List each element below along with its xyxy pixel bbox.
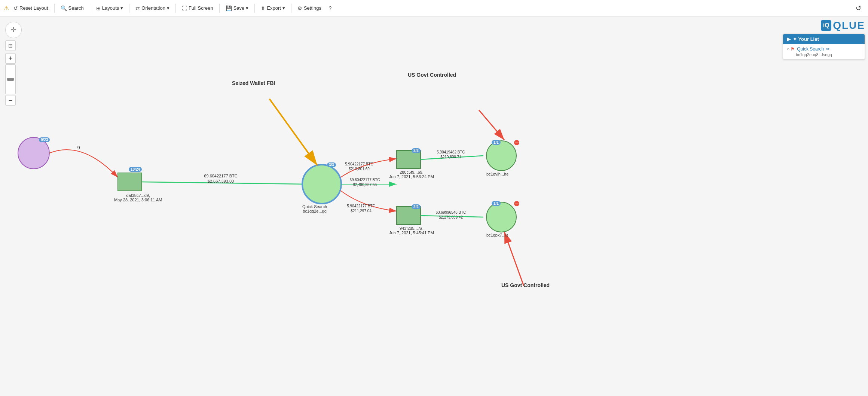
circle-bottom-node[interactable] [486,202,516,232]
separator [54,4,55,13]
box1-node[interactable] [118,173,142,191]
edge-label-9: 9 [77,145,80,150]
list-edit-icon[interactable]: ✏ [826,46,830,52]
edge-label-box2-top-usd: $210,800.71 [440,155,461,159]
layouts-icon: ⊞ [96,5,101,11]
edge-label-usd-top: $210,801.69 [349,167,370,171]
undo-button[interactable]: ↺ [853,3,864,14]
list-search-icon: ○ [787,46,789,52]
box3-badge: 2/2 [412,204,421,209]
graph-svg: 9 69.60422177 BTC $2,667,393.80 5.904221… [0,16,868,396]
search-icon: 🔍 [61,5,67,11]
red-arrow-bottom [504,232,524,286]
box2-node[interactable] [397,150,421,168]
export-icon: ⬆ [261,5,265,11]
chevron-down-icon2: ▾ [167,5,169,11]
your-list-panel: ▶ ✦ Your List ○ ⚑ Quick Search ✏ bc1qq2e… [783,34,865,60]
separator2 [90,4,90,13]
reset-icon: ↺ [13,5,18,11]
help-button[interactable]: ? [326,4,334,12]
orientation-button[interactable]: ⇄ Orientation ▾ [132,4,172,13]
chevron-down-icon: ▾ [120,5,123,11]
fullscreen-icon: ⛶ [182,5,187,11]
zoom-out-button[interactable]: − [5,95,16,106]
edge-label-btc-main: 69.60422177 BTC [204,174,237,178]
list-quick-search-label: Quick Search [797,46,824,52]
separator6 [254,4,255,13]
orientation-icon: ⇄ [135,5,140,11]
list-address: bc1qq2euq8...fsegq [787,52,861,57]
orange-arrow [269,99,317,165]
edge-label-usd-main: $2,667,393.80 [208,179,234,183]
circle-top-badge: 1/1 [492,140,501,145]
edge-label-btc-mid: 69.60422177 BTC [349,178,380,182]
your-list-content: ○ ⚑ Quick Search ✏ bc1qq2euq8...fsegq [783,44,865,59]
list-item-icons: ○ ⚑ [787,46,795,52]
reset-layout-button[interactable]: ↺ Reset Layout [10,4,51,13]
right-panel: iQ QLUE ▶ ✦ Your List ○ ⚑ Quick Search ✏… [783,19,865,60]
edge-label-btc-top: 5.90422177 BTC [345,162,373,166]
edge-label-usd-mid: $2,490,957.55 [353,183,377,187]
edge-label-box3-bot-btc: 63.69996546 BTC [435,210,466,214]
save-button[interactable]: 💾 Save ▾ [223,4,252,13]
export-button[interactable]: ⬆ Export ▾ [258,4,288,13]
list-item-quick-search: ○ ⚑ Quick Search ✏ [787,46,861,52]
qlue-logo: iQ QLUE [783,19,865,31]
edge-purple-box1 [49,150,118,177]
chevron-down-icon4: ▾ [282,5,285,11]
box3-node[interactable] [397,207,421,225]
quick-search-node[interactable] [302,165,341,204]
zoom-controls: + − [5,53,22,106]
box1-badge: 10/24 [129,167,142,172]
qlue-logo-box: iQ QLUE [821,19,865,31]
separator7 [291,4,291,13]
qlue-logo-text: QLUE [833,19,865,31]
settings-button[interactable]: ⚙ Settings [294,4,324,13]
layouts-button[interactable]: ⊞ Layouts ▾ [93,4,126,13]
settings-icon: ⚙ [297,5,302,11]
edge-label-box2-top-btc: 5.90419482 BTC [437,150,465,154]
circle-top-node[interactable] [486,141,516,171]
zoom-in-button[interactable]: + [5,53,16,64]
edge-label-btc-bot: 5.90422177 BTC [347,204,375,208]
warning-icon: ⚠ [4,4,9,12]
qs-badge: 3/3 [327,162,336,167]
canvas: 9 69.60422177 BTC $2,667,393.80 5.904221… [0,16,868,396]
zoom-track [5,64,16,94]
chevron-down-icon3: ▾ [246,5,248,11]
list-expand-icon[interactable]: ▶ [787,36,791,42]
fullscreen-button[interactable]: ⛶ Full Screen [179,4,216,13]
edge-label-box3-bot-usd: $2,279,659.42 [439,215,463,219]
edge-label-usd-bot: $211,297.04 [351,209,372,213]
list-flag-icon: ⚑ [791,46,795,52]
your-list-label: ✦ Your List [793,36,819,42]
separator4 [175,4,176,13]
your-list-header: ▶ ✦ Your List [783,34,865,44]
circle-bottom-remove[interactable]: — [514,201,519,206]
save-icon: 💾 [226,5,232,11]
separator5 [219,4,220,13]
box2-badge: 2/2 [412,148,421,153]
zoom-thumb [7,78,14,81]
navigation-controls: ✛ ⊡ + − [5,22,22,106]
map-icon[interactable]: ⊡ [5,40,16,51]
circle-top-remove[interactable]: — [514,140,519,145]
purple-circle-badge: 9/23 [39,137,50,142]
red-arrow-top [479,110,504,140]
qlue-logo-icon: iQ [821,20,831,31]
compass-control[interactable]: ✛ [5,22,22,38]
search-button[interactable]: 🔍 Search [58,4,87,13]
circle-bottom-badge: 1/1 [492,201,501,206]
toolbar: ⚠ ↺ Reset Layout 🔍 Search ⊞ Layouts ▾ ⇄ … [0,0,868,16]
separator3 [129,4,129,13]
